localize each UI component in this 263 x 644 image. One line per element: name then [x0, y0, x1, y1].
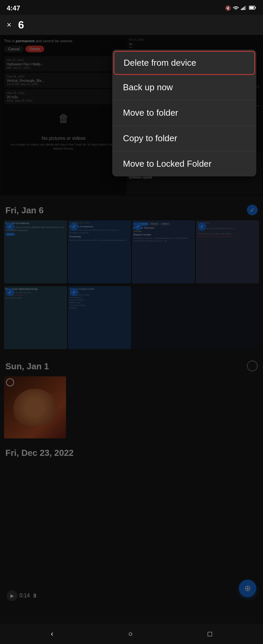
close-icon[interactable]: × — [7, 20, 11, 30]
battery-icon — [249, 5, 256, 11]
svg-rect-0 — [241, 9, 242, 10]
home-nav-button[interactable]: ○ — [120, 627, 141, 641]
recents-nav-button[interactable]: □ — [200, 627, 220, 641]
main-content: This is permanent and cannot be undone. … — [0, 35, 263, 624]
svg-rect-5 — [250, 7, 254, 9]
status-bar: 4:47 🔇 — [0, 0, 263, 15]
menu-item-copy-folder[interactable]: Copy to folder — [112, 126, 256, 151]
bottom-nav: ‹ ○ □ — [0, 624, 263, 644]
wifi-icon — [233, 5, 239, 11]
back-nav-button[interactable]: ‹ — [43, 627, 61, 641]
signal-icon — [241, 5, 247, 11]
menu-item-move-folder[interactable]: Move to folder — [112, 100, 256, 126]
svg-rect-3 — [245, 6, 246, 10]
mute-icon: 🔇 — [225, 5, 231, 11]
selection-count: 6 — [18, 19, 24, 31]
menu-item-backup[interactable]: Back up now — [112, 75, 256, 100]
status-time: 4:47 — [7, 4, 20, 12]
action-bar: × 6 — [0, 15, 263, 35]
menu-item-delete[interactable]: Delete from device — [114, 51, 255, 75]
svg-rect-1 — [242, 8, 243, 10]
status-icons: 🔇 — [225, 5, 256, 11]
menu-item-locked-folder[interactable]: Move to Locked Folder — [112, 151, 256, 176]
svg-rect-2 — [244, 7, 245, 10]
context-menu: Delete from device Back up now Move to f… — [112, 50, 256, 176]
svg-rect-6 — [255, 7, 256, 8]
